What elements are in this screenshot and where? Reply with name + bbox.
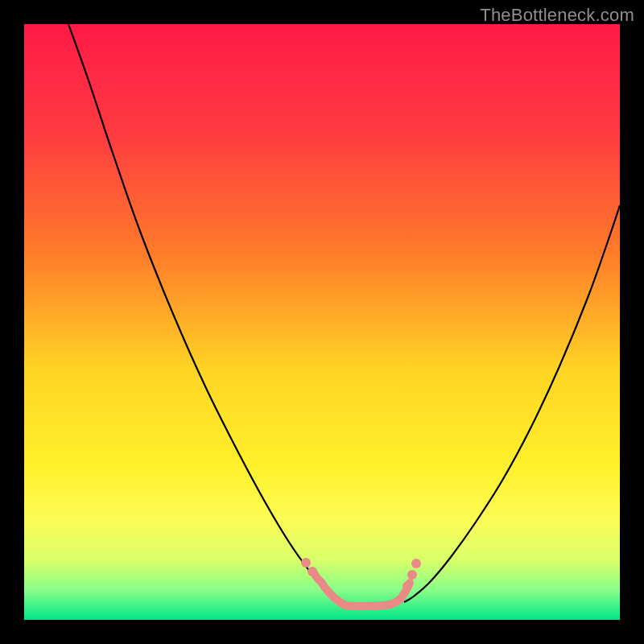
gradient-background [24, 24, 620, 620]
chart-canvas [24, 24, 620, 620]
right-tick-dot-2 [407, 570, 417, 580]
left-tick-dot-1 [301, 558, 311, 568]
plot-area [24, 24, 620, 620]
right-tick-dot-1 [402, 581, 412, 591]
chart-frame: TheBottleneck.com [0, 0, 644, 644]
left-tick-dot-2 [308, 567, 317, 576]
right-tick-dot-3 [411, 559, 421, 568]
watermark-text: TheBottleneck.com [480, 5, 634, 26]
